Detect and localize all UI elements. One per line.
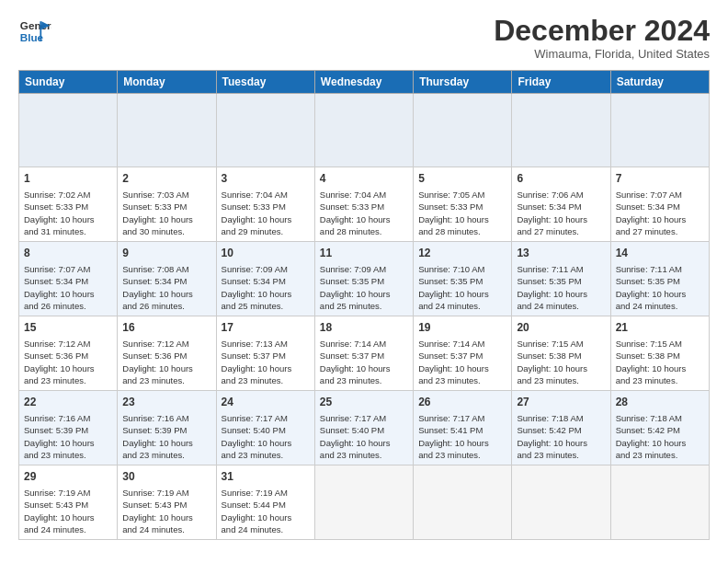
day-info-line: Daylight: 10 hours: [418, 213, 506, 225]
day-info-line: and 25 minutes.: [320, 300, 408, 312]
day-info-line: Daylight: 10 hours: [122, 213, 210, 225]
calendar-cell: [610, 465, 709, 540]
day-number: 25: [320, 395, 408, 410]
day-info-line: Sunrise: 7:04 AM: [222, 189, 310, 201]
calendar-cell: 3Sunrise: 7:04 AMSunset: 5:33 PMDaylight…: [216, 167, 314, 242]
day-number: 6: [517, 171, 605, 187]
day-info-line: Sunset: 5:37 PM: [320, 350, 408, 362]
calendar-cell: 6Sunrise: 7:06 AMSunset: 5:34 PMDaylight…: [512, 167, 610, 242]
day-info-line: and 31 minutes.: [24, 225, 112, 237]
calendar-week-5: 29Sunrise: 7:19 AMSunset: 5:43 PMDayligh…: [19, 465, 710, 540]
calendar-cell: [314, 465, 413, 540]
calendar-cell: [19, 94, 118, 167]
day-info-line: Daylight: 10 hours: [517, 288, 605, 300]
day-info-line: Daylight: 10 hours: [122, 362, 210, 374]
day-info-line: Daylight: 10 hours: [418, 288, 506, 300]
day-info-line: and 28 minutes.: [418, 225, 506, 237]
day-number: 10: [222, 246, 310, 261]
svg-rect-3: [40, 21, 41, 41]
day-info-line: Sunset: 5:43 PM: [122, 499, 210, 511]
day-info-line: Sunrise: 7:12 AM: [24, 338, 112, 350]
day-info-line: Sunset: 5:40 PM: [320, 424, 408, 436]
calendar-cell: 29Sunrise: 7:19 AMSunset: 5:43 PMDayligh…: [19, 465, 118, 540]
day-info-line: Daylight: 10 hours: [320, 213, 408, 225]
calendar-cell: 17Sunrise: 7:13 AMSunset: 5:37 PMDayligh…: [216, 316, 314, 391]
day-info-line: Sunrise: 7:17 AM: [222, 412, 310, 424]
day-info-line: Sunset: 5:34 PM: [24, 275, 112, 287]
day-info-line: Sunset: 5:39 PM: [24, 424, 112, 436]
day-info-line: Sunrise: 7:08 AM: [122, 263, 210, 275]
day-info-line: Sunset: 5:42 PM: [517, 424, 605, 436]
day-info-line: Daylight: 10 hours: [320, 362, 408, 374]
day-info-line: Daylight: 10 hours: [24, 511, 112, 523]
calendar-cell: 19Sunrise: 7:14 AMSunset: 5:37 PMDayligh…: [414, 316, 512, 391]
calendar-cell: 28Sunrise: 7:18 AMSunset: 5:42 PMDayligh…: [610, 391, 709, 465]
day-info-line: and 23 minutes.: [616, 374, 704, 386]
day-info-line: and 24 minutes.: [222, 523, 310, 535]
day-number: 29: [24, 469, 112, 485]
day-info-line: Sunrise: 7:06 AM: [517, 189, 605, 201]
day-number: 27: [517, 395, 605, 410]
calendar-cell: 2Sunrise: 7:03 AMSunset: 5:33 PMDaylight…: [118, 167, 216, 242]
day-info-line: Sunset: 5:38 PM: [616, 350, 704, 362]
day-info-line: Sunset: 5:36 PM: [122, 350, 210, 362]
day-info-line: and 24 minutes.: [418, 300, 506, 312]
day-info-line: Sunrise: 7:14 AM: [320, 338, 408, 350]
day-info-line: and 23 minutes.: [24, 449, 112, 461]
calendar-week-0: [19, 94, 710, 167]
day-info-line: Sunset: 5:35 PM: [320, 275, 408, 287]
day-info-line: Sunrise: 7:12 AM: [122, 338, 210, 350]
day-info-line: Sunrise: 7:18 AM: [517, 412, 605, 424]
col-friday: Friday: [512, 71, 610, 94]
calendar-cell: 11Sunrise: 7:09 AMSunset: 5:35 PMDayligh…: [314, 242, 413, 316]
day-info-line: Sunrise: 7:05 AM: [418, 189, 506, 201]
day-number: 14: [616, 246, 704, 261]
col-monday: Monday: [118, 71, 216, 94]
calendar-week-1: 1Sunrise: 7:02 AMSunset: 5:33 PMDaylight…: [19, 167, 710, 242]
day-info-line: Sunset: 5:44 PM: [222, 499, 310, 511]
day-info-line: Sunset: 5:35 PM: [616, 275, 704, 287]
day-info-line: Sunset: 5:34 PM: [222, 275, 310, 287]
day-number: 7: [616, 171, 704, 187]
calendar-cell: 22Sunrise: 7:16 AMSunset: 5:39 PMDayligh…: [19, 391, 118, 465]
day-number: 21: [616, 320, 704, 336]
day-number: 12: [418, 246, 506, 261]
day-info-line: and 23 minutes.: [320, 374, 408, 386]
col-wednesday: Wednesday: [314, 71, 413, 94]
month-title: December 2024: [494, 15, 710, 47]
day-info-line: and 23 minutes.: [418, 449, 506, 461]
day-info-line: Daylight: 10 hours: [517, 362, 605, 374]
day-info-line: Daylight: 10 hours: [517, 213, 605, 225]
calendar-cell: 15Sunrise: 7:12 AMSunset: 5:36 PMDayligh…: [19, 316, 118, 391]
day-info-line: Sunset: 5:42 PM: [616, 424, 704, 436]
day-info-line: Daylight: 10 hours: [418, 437, 506, 449]
day-info-line: Daylight: 10 hours: [222, 213, 310, 225]
calendar-cell: 31Sunrise: 7:19 AMSunset: 5:44 PMDayligh…: [216, 465, 314, 540]
day-info-line: and 24 minutes.: [122, 523, 210, 535]
calendar-cell: 14Sunrise: 7:11 AMSunset: 5:35 PMDayligh…: [610, 242, 709, 316]
calendar-cell: 24Sunrise: 7:17 AMSunset: 5:40 PMDayligh…: [216, 391, 314, 465]
day-info-line: Sunset: 5:33 PM: [320, 201, 408, 213]
day-info-line: Daylight: 10 hours: [24, 437, 112, 449]
calendar: Sunday Monday Tuesday Wednesday Thursday…: [18, 70, 710, 540]
day-info-line: and 23 minutes.: [517, 374, 605, 386]
calendar-week-3: 15Sunrise: 7:12 AMSunset: 5:36 PMDayligh…: [19, 316, 710, 391]
day-info-line: Daylight: 10 hours: [320, 288, 408, 300]
day-number: 18: [320, 320, 408, 336]
day-number: 19: [418, 320, 506, 336]
day-info-line: Daylight: 10 hours: [320, 437, 408, 449]
day-info-line: Sunset: 5:35 PM: [418, 275, 506, 287]
day-info-line: and 23 minutes.: [616, 449, 704, 461]
day-info-line: Sunrise: 7:15 AM: [616, 338, 704, 350]
day-info-line: Daylight: 10 hours: [122, 288, 210, 300]
day-number: 3: [222, 171, 310, 187]
calendar-cell: 13Sunrise: 7:11 AMSunset: 5:35 PMDayligh…: [512, 242, 610, 316]
day-info-line: Daylight: 10 hours: [418, 362, 506, 374]
day-info-line: and 23 minutes.: [517, 449, 605, 461]
day-info-line: and 24 minutes.: [517, 300, 605, 312]
day-info-line: and 27 minutes.: [517, 225, 605, 237]
day-info-line: Sunset: 5:33 PM: [418, 201, 506, 213]
day-info-line: Sunrise: 7:18 AM: [616, 412, 704, 424]
day-info-line: Daylight: 10 hours: [122, 437, 210, 449]
day-number: 23: [122, 395, 210, 410]
